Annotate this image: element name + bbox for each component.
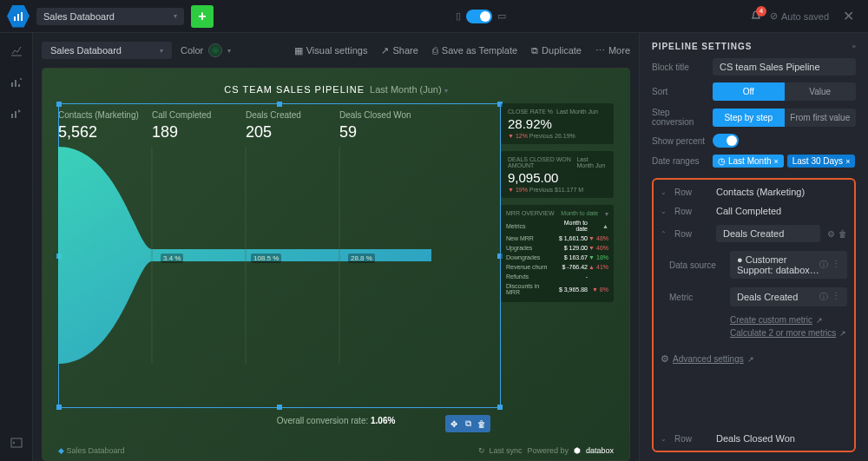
duplicate-button[interactable]: ⧉Duplicate — [531, 45, 582, 56]
board-footer: ◆ Sales Databoard ↻Last sync Powered by … — [58, 446, 614, 455]
desktop-icon[interactable]: ▭ — [497, 10, 506, 22]
chevron-down-icon: ▾ — [605, 210, 608, 218]
gear-icon[interactable]: ⚙ — [827, 229, 835, 239]
show-percent-label: Show percent — [652, 136, 706, 146]
sort-off-button[interactable]: Off — [713, 82, 785, 101]
phone-icon[interactable]: ▯ — [456, 10, 461, 22]
info-icon[interactable]: ⓘ — [819, 259, 828, 271]
block-title-input[interactable]: CS team Sales Pipeline — [713, 58, 856, 76]
databox-logo-icon: ⬢ — [574, 446, 581, 455]
dashboard-board[interactable]: CS TEAM SALES PIPELINE Last Month (Jun) … — [42, 68, 630, 461]
block-title-label: Block title — [652, 63, 706, 72]
more-button[interactable]: ⋯More — [595, 45, 630, 56]
external-icon: ↗ — [839, 329, 846, 338]
main-canvas: Sales Databoard ▾ Color ▾ ▦Visual settin… — [33, 33, 639, 461]
left-rail — [0, 33, 33, 461]
create-metric-link[interactable]: Create custom metric — [730, 315, 812, 325]
more-icon: ⋯ — [595, 45, 605, 56]
block-action-icons: ✥ ⧉ 🗑 — [445, 415, 490, 432]
table-row: Refunds- — [506, 272, 608, 281]
table-row: Upgrades$ 129.00▼ 46% — [506, 243, 608, 253]
advanced-settings-link[interactable]: Advanced settings — [673, 354, 744, 364]
trash-icon[interactable]: 🗑 — [838, 229, 847, 239]
kpi-card-mrr[interactable]: MRR OVERVIEWMonth to date ▾ MetricsMonth… — [501, 205, 614, 302]
app-logo[interactable] — [7, 5, 30, 28]
mrr-table: MetricsMonth to date▲ New MRR$ 1,661.50▼… — [506, 218, 608, 297]
step-by-step-button[interactable]: Step by step — [713, 109, 785, 127]
share-button[interactable]: ↗Share — [381, 45, 418, 56]
pipeline-row[interactable]: ⌄ Row Call Completed — [661, 206, 847, 216]
overall-conversion: Overall conversion rate: 1.06% — [277, 416, 396, 425]
down-arrow-icon: ▼ — [508, 133, 516, 139]
trash-icon[interactable]: 🗑 — [476, 418, 488, 430]
chevron-up-icon: ⌃ — [661, 230, 667, 238]
external-icon: ↗ — [747, 355, 754, 364]
rail-metrics-icon[interactable] — [9, 75, 24, 90]
chevron-down-icon: ⌄ — [661, 435, 667, 443]
row-value-input[interactable]: Deals Created — [716, 225, 820, 242]
chevron-down-icon: ▾ — [227, 47, 231, 55]
color-swatch — [208, 43, 222, 57]
check-circle-icon: ⊘ — [770, 10, 778, 22]
rail-goals-icon[interactable] — [9, 106, 24, 122]
kpi-card-amount[interactable]: DEALS CLOSED WON AMOUNTLast Month Jun 9,… — [501, 151, 614, 198]
rail-chart-icon[interactable] — [9, 43, 24, 59]
date-chip[interactable]: Last 30 Days× — [787, 155, 856, 168]
pipeline-row[interactable]: ⌄ Row Deals Closed Won — [661, 433, 847, 444]
from-first-button[interactable]: From first value — [785, 109, 857, 127]
kpi-card-close-rate[interactable]: CLOSE RATE %Last Month Jun 28.92% ▼ 12% … — [501, 103, 614, 144]
date-chip[interactable]: ◷Last Month× — [713, 155, 784, 168]
pipeline-row-expanded[interactable]: ⌃ Row Deals Created ⚙🗑 — [661, 225, 847, 242]
copy-icon: ⧉ — [531, 45, 538, 56]
step-conversion-label: Step conversion — [652, 108, 706, 127]
device-toggle[interactable] — [466, 10, 492, 23]
svg-rect-1 — [17, 14, 19, 21]
svg-point-6 — [20, 78, 22, 80]
show-percent-toggle[interactable] — [713, 134, 739, 148]
collapse-icon[interactable]: » — [852, 43, 856, 50]
board-selector[interactable]: Sales Databoard ▾ — [36, 8, 184, 25]
info-icon[interactable]: ⓘ — [819, 291, 828, 303]
data-source-label: Data source — [669, 260, 723, 270]
funnel-chart — [58, 147, 431, 364]
table-row: New MRR$ 1,661.50▼ 48% — [506, 234, 608, 243]
top-bar: Sales Databoard ▾ + ▯ ▭ 4 ⊘ Auto saved ✕ — [0, 0, 868, 33]
table-row: Downgrades$ 163.67▼ 18% — [506, 253, 608, 262]
svg-rect-5 — [18, 84, 20, 87]
chevron-down-icon: ▾ — [174, 12, 177, 20]
sort-value-button[interactable]: Value — [785, 82, 857, 101]
step-pct: 28.8 % — [348, 254, 375, 263]
period-selector[interactable]: Last Month (Jun) ▾ — [370, 84, 448, 95]
pipeline-row[interactable]: ⌄ Row Contacts (Marketing) — [661, 187, 847, 197]
rows-highlight-box: ⌄ Row Contacts (Marketing) ⌄ Row Call Co… — [652, 178, 856, 452]
metric-select[interactable]: Deals Createdⓘ⋮ — [730, 287, 847, 306]
data-source-select[interactable]: ● Customer Support: databox…ⓘ⋮ — [730, 251, 847, 279]
close-button[interactable]: ✕ — [836, 8, 861, 24]
auto-saved-indicator: ⊘ Auto saved — [770, 10, 829, 22]
more-icon[interactable]: ⋮ — [832, 291, 840, 303]
sort-label: Sort — [652, 87, 706, 96]
save-template-button[interactable]: ⎙Save as Template — [432, 45, 517, 56]
board-indicator-icon: ◆ — [58, 446, 64, 455]
rail-console-icon[interactable] — [9, 435, 24, 451]
clock-icon: ◷ — [718, 156, 726, 166]
move-icon[interactable]: ✥ — [448, 418, 460, 430]
board-name-input[interactable]: Sales Databoard ▾ — [42, 42, 172, 59]
color-picker[interactable]: Color ▾ — [181, 43, 231, 57]
table-row: Revenue churn$ -766.42▲ 41% — [506, 262, 608, 272]
copy-icon[interactable]: ⧉ — [462, 418, 474, 430]
panel-heading: PIPELINE SETTINGS — [652, 42, 752, 51]
visual-settings-button[interactable]: ▦Visual settings — [294, 45, 368, 56]
notifications-button[interactable]: 4 — [749, 10, 763, 23]
board-title: CS TEAM SALES PIPELINE Last Month (Jun) … — [58, 84, 614, 95]
calculate-metrics-link[interactable]: Calculate 2 or more metrics — [730, 328, 836, 338]
close-icon[interactable]: × — [773, 157, 778, 166]
down-arrow-icon: ▼ — [508, 187, 516, 193]
date-range-chips: ◷Last Month× Last 30 Days× — [713, 155, 855, 168]
add-board-button[interactable]: + — [191, 5, 214, 28]
last-sync[interactable]: ↻Last sync — [478, 446, 522, 455]
more-icon[interactable]: ⋮ — [832, 259, 840, 271]
close-icon[interactable]: × — [845, 157, 850, 166]
svg-rect-8 — [15, 111, 16, 118]
kpi-cards: CLOSE RATE %Last Month Jun 28.92% ▼ 12% … — [501, 103, 614, 302]
